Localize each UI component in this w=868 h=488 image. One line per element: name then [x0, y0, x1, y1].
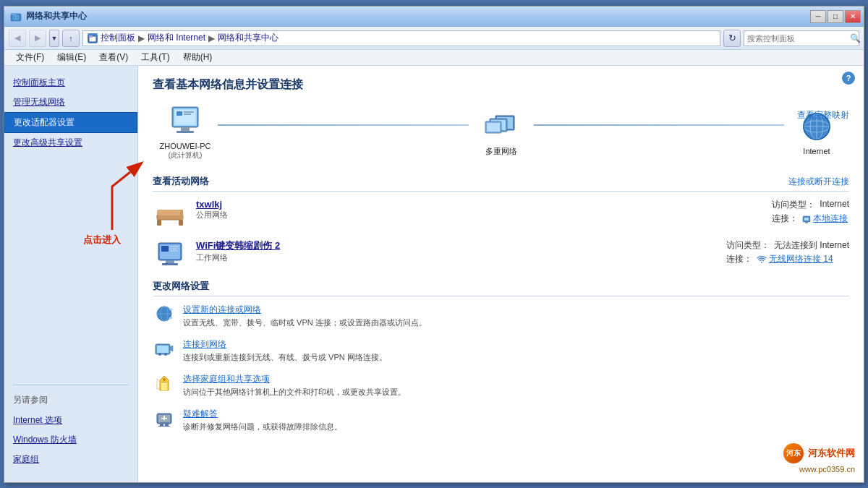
change-settings-section: 更改网络设置 设置新的: [153, 280, 849, 432]
svg-rect-60: [158, 426, 170, 427]
network-name-2[interactable]: WiFi键变韩缩剧伤 2: [196, 239, 703, 252]
svg-rect-33: [804, 218, 809, 221]
window-icon: [10, 11, 22, 22]
breadcrumb-icon: [88, 33, 98, 43]
network-name-1[interactable]: txwlkj: [196, 199, 749, 210]
search-icon[interactable]: 🔍: [850, 33, 861, 43]
setting-icon-3: [153, 373, 176, 393]
svg-rect-59: [165, 424, 169, 426]
network-line-2: [534, 124, 785, 126]
connect-disconnect-link[interactable]: 连接或断开连接: [788, 176, 849, 188]
pc-icon: [165, 104, 205, 139]
svg-rect-28: [157, 220, 161, 226]
setting-info-4: 疑难解答 诊断并修复网络问题，或获得故障排除信息。: [183, 408, 849, 432]
setting-row-1: 设置新的连接或网络 设置无线、宽带、拨号、临时或 VPN 连接；或设置路由器或访…: [153, 304, 849, 328]
menu-help[interactable]: 帮助(H): [177, 50, 218, 65]
back-button[interactable]: ◀: [9, 30, 26, 47]
wireless-icon: [757, 255, 767, 264]
sidebar-also-firewall[interactable]: Windows 防火墙: [4, 430, 137, 450]
active-networks-title: 查看活动网络: [153, 175, 209, 188]
network-connect-1: 连接： 本地连接: [772, 213, 849, 225]
setting-link-4[interactable]: 疑难解答: [183, 408, 849, 420]
sidebar-also-title: 另请参阅: [4, 391, 137, 411]
network-sublabel-pc: (此计算机): [169, 150, 203, 160]
menu-bar: 文件(F) 编辑(E) 查看(V) 工具(T) 帮助(H): [4, 50, 864, 66]
svg-rect-13: [184, 111, 194, 113]
watermark-icon: 河东: [783, 443, 804, 463]
close-button[interactable]: ✕: [845, 10, 861, 23]
minimize-button[interactable]: ─: [810, 10, 826, 23]
network-label-internet: Internet: [803, 147, 830, 155]
network-connect-2: 连接： 无线网络连接 14: [726, 253, 849, 265]
sidebar-item-advanced[interactable]: 更改高级共享设置: [4, 133, 137, 153]
svg-rect-39: [161, 246, 169, 252]
content-area: 控制面板主页 管理无线网络 更改适配器设置 更改高级共享设置 另请参阅 Inte…: [4, 66, 864, 482]
svg-rect-37: [166, 260, 174, 263]
setting-icon-1: [153, 304, 176, 324]
breadcrumb-item-2[interactable]: 网络和 Internet: [148, 32, 205, 44]
svg-rect-14: [184, 114, 191, 115]
setting-desc-2: 连接到或重新连接到无线、有线、拨号或 VPN 网络连接。: [183, 353, 387, 361]
sidebar-also-internet[interactable]: Internet 选项: [4, 411, 137, 430]
menu-file[interactable]: 文件(F): [10, 50, 50, 65]
window-title: 网络和共享中心: [26, 10, 87, 22]
menu-edit[interactable]: 编辑(E): [51, 50, 92, 65]
network-connect-value-2[interactable]: 无线网络连接 14: [769, 253, 833, 265]
watermark-logo: 河东 河东软件网: [783, 443, 855, 463]
svg-point-50: [164, 353, 167, 356]
setting-link-2[interactable]: 连接到网络: [183, 338, 849, 351]
svg-rect-58: [160, 424, 163, 426]
network-label-pc: ZHOUWEI-PC: [160, 142, 211, 150]
setting-info-2: 连接到网络 连接到或重新连接到无线、有线、拨号或 VPN 网络连接。: [183, 338, 849, 363]
sidebar-also-homegroup[interactable]: 家庭组: [4, 450, 137, 469]
breadcrumb-item-3[interactable]: 网络和共享中心: [218, 32, 278, 44]
setting-row-2: 连接到网络 连接到或重新连接到无线、有线、拨号或 VPN 网络连接。: [153, 338, 849, 363]
forward-button[interactable]: ▶: [29, 30, 46, 47]
view-full-map-link[interactable]: 查看完整映射: [797, 110, 849, 120]
svg-rect-9: [181, 127, 190, 131]
svg-rect-29: [179, 220, 183, 226]
setting-icon-4: [153, 408, 176, 428]
svg-rect-6: [89, 35, 93, 38]
breadcrumb-item-1[interactable]: 控制面板: [101, 32, 135, 44]
sidebar-item-adapter[interactable]: 更改适配器设置: [4, 112, 137, 133]
refresh-button[interactable]: ↻: [723, 30, 741, 47]
breadcrumb: 控制面板 ▶ 网络和 Internet ▶ 网络和共享中心: [82, 30, 720, 46]
nav-bar: ◀ ▶ ▼ ↑ 控制面板 ▶ 网络和 Internet ▶ 网络和共享中心 ↻ …: [4, 27, 864, 50]
change-settings-header: 更改网络设置: [153, 280, 849, 296]
menu-view[interactable]: 查看(V): [93, 50, 134, 65]
sidebar-item-home[interactable]: 控制面板主页: [4, 73, 137, 93]
setting-info-1: 设置新的连接或网络 设置无线、宽带、拨号、临时或 VPN 连接；或设置路由器或访…: [183, 304, 849, 328]
network-icon-1: [153, 199, 187, 228]
network-line-1: [218, 124, 469, 126]
up-button[interactable]: ↑: [62, 30, 80, 47]
network-connect-value-1[interactable]: 本地连接: [813, 213, 848, 225]
network-access-2: 访问类型： 无法连接到 Internet: [726, 239, 849, 252]
help-button[interactable]: ?: [842, 72, 855, 85]
sidebar-item-wireless[interactable]: 管理无线网络: [4, 93, 137, 112]
network-node-pc: ZHOUWEI-PC (此计算机): [153, 104, 218, 160]
setting-row-4: 疑难解答 诊断并修复网络问题，或获得故障排除信息。: [153, 408, 849, 432]
svg-rect-12: [176, 111, 182, 116]
menu-tools[interactable]: 工具(T): [135, 50, 175, 65]
svg-rect-31: [180, 210, 183, 220]
setting-desc-4: 诊断并修复网络问题，或获得故障排除信息。: [183, 422, 342, 431]
title-bar: 网络和共享中心 ─ □ ✕: [4, 7, 864, 27]
history-button[interactable]: ▼: [49, 30, 59, 47]
page-title: 查看基本网络信息并设置连接: [153, 77, 849, 93]
network-info-1: txwlkj 公用网络: [196, 199, 749, 221]
network-icon-2: [153, 239, 187, 268]
watermark-site: 河东软件网: [808, 447, 855, 460]
svg-rect-40: [170, 246, 179, 247]
svg-rect-48: [157, 346, 169, 353]
maximize-button[interactable]: □: [827, 10, 843, 23]
network-node-multi: 多重网络: [469, 108, 534, 157]
network-type-1: 公用网络: [196, 210, 749, 221]
svg-rect-38: [162, 263, 178, 265]
setting-link-1[interactable]: 设置新的连接或网络: [183, 304, 849, 316]
setting-link-3[interactable]: 选择家庭组和共享选项: [183, 373, 849, 385]
setting-desc-1: 设置无线、宽带、拨号、临时或 VPN 连接；或设置路由器或访问点。: [183, 318, 427, 327]
search-input[interactable]: [747, 34, 847, 43]
main-content: ? 查看基本网络信息并设置连接: [138, 66, 864, 482]
svg-rect-10: [176, 131, 194, 133]
